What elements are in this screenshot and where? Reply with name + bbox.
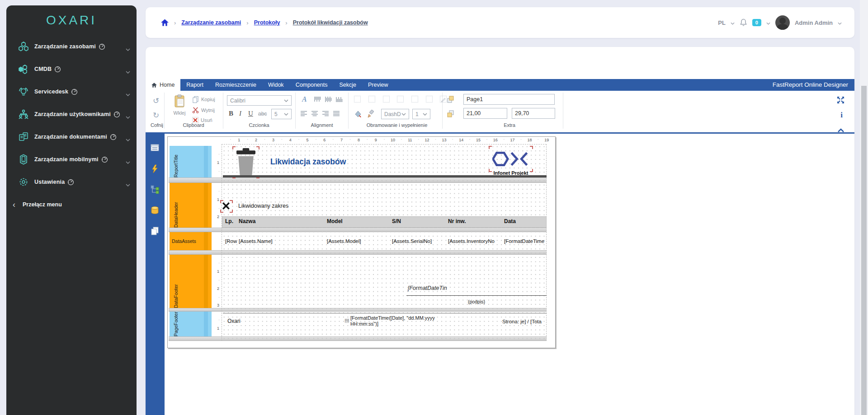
underline-button[interactable]: U	[248, 110, 253, 117]
paste-button[interactable]: Wklej	[170, 94, 189, 116]
tab-widok[interactable]: Widok	[262, 79, 290, 91]
events-icon[interactable]	[151, 164, 160, 173]
valign-top-button[interactable]	[314, 96, 321, 103]
report-title-text[interactable]: Likwidacja zasobów	[270, 154, 391, 169]
signature-line[interactable]	[406, 295, 547, 296]
band-reporttitle[interactable]: ReportTitle	[170, 146, 216, 177]
strikethrough-button[interactable]: abc	[258, 111, 267, 117]
band-dataheader[interactable]: DataHeader	[170, 183, 216, 228]
sidebar-item-zarzadzanie-dokumentami[interactable]: Zarządzanie dokumentami	[6, 126, 137, 148]
border-preset-button-7[interactable]	[440, 96, 447, 103]
font-size-select[interactable]: 5	[271, 109, 292, 119]
table-field-cell[interactable]: [Assets.Name]	[239, 238, 324, 244]
table-field-cell[interactable]: [FormatDateTime	[504, 238, 546, 244]
band-dataassets[interactable]: DataAssets	[170, 232, 216, 250]
italic-button[interactable]: I	[239, 110, 241, 117]
table-field-cell[interactable]: [Assets.SerialNo]	[392, 238, 445, 244]
breadcrumb-link-protokol-likwidacji-zasobow[interactable]: Protokół likwidacji zasobów	[293, 19, 368, 26]
valign-bottom-button[interactable]	[335, 96, 343, 103]
page-name-input[interactable]	[463, 94, 555, 105]
tab-components[interactable]: Components	[290, 79, 334, 91]
report-tree-icon[interactable]	[151, 185, 160, 194]
bell-icon[interactable]	[740, 19, 747, 27]
report-page[interactable]: 1·2·3·4·5·6·7·8·9·10·11·12·13·14·15·16·1…	[167, 136, 556, 348]
table-header-cell[interactable]: Lp.	[225, 218, 237, 224]
undo-button[interactable]: ↺	[153, 97, 159, 105]
tab-sekcje[interactable]: Sekcje	[334, 79, 363, 91]
trash-image-object[interactable]	[234, 148, 258, 177]
table-field-cell[interactable]: [Assets.InventoryNo	[448, 238, 501, 244]
checkbox-x-object[interactable]	[222, 202, 231, 211]
border-preset-button-1[interactable]	[354, 96, 361, 103]
language-selector[interactable]: PL	[718, 19, 726, 26]
table-header-cell[interactable]: Data	[504, 218, 546, 224]
signature-caption[interactable]: (podpis)	[406, 297, 547, 307]
bring-forward-button[interactable]	[447, 95, 454, 103]
section-label-text[interactable]: Likwidowany zakres	[235, 200, 308, 212]
sidebar-item-zarzadzanie-mobilnymi[interactable]: Zarządzanie mobilnymi	[6, 148, 137, 171]
fullscreen-icon[interactable]	[837, 96, 844, 106]
sidebar-item-servicedesk[interactable]: Servicedesk	[6, 80, 137, 103]
copy-button[interactable]: Kopiuj	[192, 96, 215, 103]
copy-page-icon[interactable]	[151, 227, 160, 236]
sidebar-item-cmdb[interactable]: CMDB	[6, 58, 137, 80]
align-right-button[interactable]	[322, 111, 329, 117]
sidebar-item-zarzadzanie-zasobami[interactable]: Zarządzanie zasobami	[6, 35, 137, 58]
tab-home[interactable]: Home	[146, 79, 180, 91]
notification-badge[interactable]: 0	[752, 19, 761, 26]
fill-color-button[interactable]	[354, 110, 362, 118]
title-separator-line[interactable]	[223, 175, 547, 177]
table-header-cell[interactable]: Nr inw.	[448, 218, 501, 224]
datafooter-date-expr[interactable]: [FormatDateTin	[408, 285, 458, 295]
font-family-select[interactable]: Calibri	[227, 95, 292, 106]
bold-button[interactable]: B	[229, 110, 233, 117]
page-scrollbar[interactable]	[860, 0, 868, 415]
align-center-button[interactable]	[311, 111, 318, 117]
border-preset-button-6[interactable]	[426, 96, 433, 103]
border-preset-button-2[interactable]	[368, 96, 375, 103]
breadcrumb-link-zarzadzanie-zasobami[interactable]: Zarządzanie zasobami	[181, 19, 241, 26]
border-dash-select[interactable]: DashD	[381, 109, 409, 119]
company-logo-object[interactable]	[491, 148, 531, 170]
tab-preview[interactable]: Preview	[362, 79, 394, 91]
table-header-cell[interactable]: S/N	[392, 218, 445, 224]
pagefooter-left-text[interactable]: Oxari	[226, 316, 273, 326]
align-justify-button[interactable]	[333, 111, 340, 117]
brush-icon[interactable]	[367, 110, 375, 118]
page-height-input[interactable]	[512, 108, 555, 119]
pagefooter-top-line[interactable]	[223, 313, 547, 313]
chevron-down-icon[interactable]	[766, 19, 770, 27]
sidebar-item-zarzadzanie-uzytkownikami[interactable]: Zarządzanie użytkownikami	[6, 103, 137, 126]
border-width-select[interactable]: 1	[412, 109, 430, 119]
home-icon[interactable]	[161, 19, 169, 26]
border-preset-button-4[interactable]	[397, 96, 404, 103]
info-icon[interactable]: i	[840, 111, 843, 120]
table-field-cell[interactable]: [Row	[225, 238, 237, 244]
table-header-cell[interactable]: Model	[327, 218, 389, 224]
avatar[interactable]	[775, 15, 790, 30]
sidebar-item-ustawienia[interactable]: Ustawienia	[6, 171, 137, 193]
border-preset-button-5[interactable]	[411, 96, 418, 103]
band-pagefooter[interactable]: PageFooter	[170, 312, 216, 336]
tab-raport[interactable]: Raport	[180, 79, 209, 91]
table-header-cell[interactable]: Nazwa	[239, 218, 324, 224]
breadcrumb-link-protokoly[interactable]: Protokoły	[254, 19, 280, 26]
scrollbar-thumb[interactable]	[861, 86, 867, 415]
page-width-input[interactable]	[463, 108, 507, 119]
valign-center-button[interactable]	[325, 96, 332, 103]
chevron-down-icon[interactable]	[838, 19, 842, 27]
user-name[interactable]: Admin Admin	[795, 19, 833, 26]
band-datafooter[interactable]: DataFooter	[170, 255, 216, 308]
border-preset-button-3[interactable]	[383, 96, 390, 103]
font-color-button[interactable]: A	[302, 95, 307, 103]
tab-rozmieszczenie[interactable]: Rozmieszczenie	[209, 79, 262, 91]
pagefooter-date-expr[interactable]: [FormatDateTime([Date], "dd.MM.yyyy HH:m…	[350, 315, 440, 328]
redo-button[interactable]: ↻	[153, 112, 159, 119]
table-field-cell[interactable]: [Assets.Model]	[327, 238, 389, 244]
data-source-icon[interactable]	[151, 206, 160, 215]
align-left-button[interactable]	[300, 111, 307, 117]
cut-button[interactable]: Wytnij	[192, 107, 215, 113]
pagefooter-page-number[interactable]: Strona: je] / [Tota	[502, 317, 547, 326]
sidebar-toggle[interactable]: ‹ Przełącz menu	[6, 193, 137, 216]
properties-icon[interactable]	[151, 144, 160, 153]
